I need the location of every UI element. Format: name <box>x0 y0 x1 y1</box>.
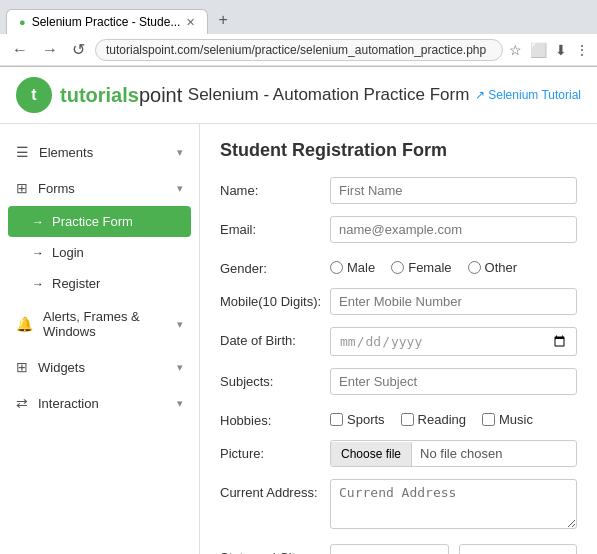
full-page: ● Selenium Practice - Stude... ✕ + ← → ↺… <box>0 0 597 554</box>
dob-control <box>330 327 577 356</box>
content-area: ☰ Elements ▾ ⊞ Forms ▾ → Practice Form → <box>0 124 597 554</box>
register-label: Register <box>52 276 100 291</box>
address-row: Current Address: <box>220 479 577 532</box>
gender-male-label: Male <box>347 260 375 275</box>
logo: t tutorialspoint <box>16 77 182 113</box>
tab-bar: ● Selenium Practice - Stude... ✕ + <box>0 0 597 34</box>
new-tab-button[interactable]: + <box>210 6 235 34</box>
tab-favicon: ● <box>19 16 26 28</box>
name-input[interactable] <box>330 177 577 204</box>
sidebar-item-forms[interactable]: ⊞ Forms ▾ <box>0 170 199 206</box>
widgets-chevron-icon: ▾ <box>177 361 183 374</box>
hobby-reading-option[interactable]: Reading <box>401 412 466 427</box>
elements-chevron-icon: ▾ <box>177 146 183 159</box>
gender-row: Gender: Male Female Other <box>220 255 577 276</box>
nav-bar: ← → ↺ ☆ ⬜ ⬇ ⋮ <box>0 34 597 66</box>
hobbies-row: Hobbies: Sports Reading Music <box>220 407 577 428</box>
file-input-wrapper: Choose file No file chosen <box>330 440 577 467</box>
login-arrow-icon: → <box>32 246 44 260</box>
tab-label: Selenium Practice - Stude... <box>32 15 181 29</box>
back-button[interactable]: ← <box>8 39 32 61</box>
logo-brand-start: tutorials <box>60 84 139 106</box>
subjects-row: Subjects: <box>220 368 577 395</box>
register-arrow-icon: → <box>32 277 44 291</box>
sidebar-item-login[interactable]: → Login <box>0 237 199 268</box>
sidebar-item-elements[interactable]: ☰ Elements ▾ <box>0 134 199 170</box>
site-header: t tutorialspoint Selenium - Automation P… <box>0 67 597 124</box>
forward-button[interactable]: → <box>38 39 62 61</box>
gender-female-option[interactable]: Female <box>391 260 451 275</box>
sidebar-item-register[interactable]: → Register <box>0 268 199 299</box>
menu-icon[interactable]: ⋮ <box>575 42 589 58</box>
city-select[interactable]: Choose City <box>459 544 578 554</box>
address-textarea[interactable] <box>330 479 577 529</box>
picture-label: Picture: <box>220 440 330 461</box>
state-select[interactable]: Choose State <box>330 544 449 554</box>
practice-form-label: Practice Form <box>52 214 133 229</box>
logo-letter: t <box>31 86 36 104</box>
dob-input[interactable] <box>330 327 577 356</box>
gender-male-option[interactable]: Male <box>330 260 375 275</box>
hobby-music-checkbox[interactable] <box>482 413 495 426</box>
hobby-reading-checkbox[interactable] <box>401 413 414 426</box>
gender-female-radio[interactable] <box>391 261 404 274</box>
sidebar-item-alerts[interactable]: 🔔 Alerts, Frames & Windows ▾ <box>0 299 199 349</box>
gender-other-option[interactable]: Other <box>468 260 518 275</box>
name-row: Name: <box>220 177 577 204</box>
sidebar-item-practice-form[interactable]: → Practice Form <box>8 206 191 237</box>
browser-chrome: ● Selenium Practice - Stude... ✕ + ← → ↺… <box>0 0 597 67</box>
active-tab[interactable]: ● Selenium Practice - Stude... ✕ <box>6 9 208 34</box>
bookmark-icon[interactable]: ☆ <box>509 42 522 58</box>
subjects-label: Subjects: <box>220 368 330 389</box>
sidebar-elements-label: Elements <box>39 145 93 160</box>
no-file-text: No file chosen <box>412 441 576 466</box>
sidebar-interaction-label: Interaction <box>38 396 99 411</box>
widgets-icon: ⊞ <box>16 359 28 375</box>
state-city-row: State and City Choose State Choose City <box>220 544 577 554</box>
nav-icons: ☆ ⬜ ⬇ ⋮ <box>509 42 589 58</box>
reload-button[interactable]: ↺ <box>68 38 89 61</box>
sidebar-widgets-label: Widgets <box>38 360 85 375</box>
sidebar-item-elements-left: ☰ Elements <box>16 144 93 160</box>
download-icon[interactable]: ⬇ <box>555 42 567 58</box>
email-input[interactable] <box>330 216 577 243</box>
sidebar-alerts-label: Alerts, Frames & Windows <box>43 309 177 339</box>
picture-row: Picture: Choose file No file chosen <box>220 440 577 467</box>
url-bar[interactable] <box>95 39 503 61</box>
hobby-music-label: Music <box>499 412 533 427</box>
gender-other-radio[interactable] <box>468 261 481 274</box>
sidebar-item-forms-left: ⊞ Forms <box>16 180 75 196</box>
sidebar-item-alerts-left: 🔔 Alerts, Frames & Windows <box>16 309 177 339</box>
logo-text: tutorialspoint <box>60 84 182 107</box>
state-city-label: State and City <box>220 544 330 554</box>
mobile-input[interactable] <box>330 288 577 315</box>
gender-label: Gender: <box>220 255 330 276</box>
hobby-music-option[interactable]: Music <box>482 412 533 427</box>
sidebar-item-widgets[interactable]: ⊞ Widgets ▾ <box>0 349 199 385</box>
hobbies-label: Hobbies: <box>220 407 330 428</box>
forms-icon: ⊞ <box>16 180 28 196</box>
mobile-label: Mobile(10 Digits): <box>220 288 330 309</box>
dob-row: Date of Birth: <box>220 327 577 356</box>
mobile-control <box>330 288 577 315</box>
name-label: Name: <box>220 177 330 198</box>
alerts-icon: 🔔 <box>16 316 33 332</box>
subjects-input[interactable] <box>330 368 577 395</box>
sidebar-item-interaction-left: ⇄ Interaction <box>16 395 99 411</box>
sidebar-item-interaction[interactable]: ⇄ Interaction ▾ <box>0 385 199 421</box>
cast-icon[interactable]: ⬜ <box>530 42 547 58</box>
address-control <box>330 479 577 532</box>
gender-other-label: Other <box>485 260 518 275</box>
logo-brand-end: point <box>139 84 182 106</box>
gender-male-radio[interactable] <box>330 261 343 274</box>
tab-close-button[interactable]: ✕ <box>186 16 195 29</box>
choose-file-button[interactable]: Choose file <box>331 442 412 466</box>
login-label: Login <box>52 245 84 260</box>
alerts-chevron-icon: ▾ <box>177 318 183 331</box>
practice-form-arrow-icon: → <box>32 215 44 229</box>
hobby-sports-option[interactable]: Sports <box>330 412 385 427</box>
interaction-icon: ⇄ <box>16 395 28 411</box>
selenium-tutorial-link[interactable]: ↗ Selenium Tutorial <box>475 88 581 102</box>
forms-chevron-icon: ▾ <box>177 182 183 195</box>
hobby-sports-checkbox[interactable] <box>330 413 343 426</box>
